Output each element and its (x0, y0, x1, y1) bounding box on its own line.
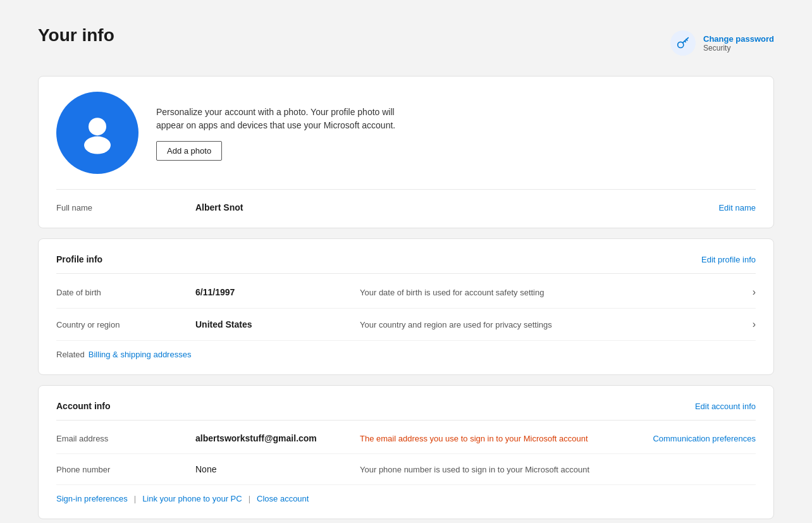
photo-description: Personalize your account with a photo. Y… (156, 106, 409, 132)
date-of-birth-row[interactable]: Date of birth 6/11/1997 Your date of bir… (56, 276, 756, 309)
add-photo-button[interactable]: Add a photo (156, 141, 222, 161)
change-password-label: Change password (703, 34, 774, 44)
country-region-row[interactable]: Country or region United States Your cou… (56, 309, 756, 341)
separator-1: | (134, 494, 136, 503)
link-phone-to-pc-link[interactable]: Link your phone to your PC (142, 494, 242, 503)
header-row: Your info Change password Security (38, 25, 774, 61)
svg-line-2 (686, 39, 687, 40)
account-info-header: Account info Edit account info (56, 401, 756, 421)
profile-photo-card: Personalize your account with a photo. Y… (38, 76, 774, 228)
dob-description: Your date of birth is used for account s… (360, 288, 745, 297)
full-name-value: Albert Snot (195, 202, 718, 212)
communication-preferences-link[interactable]: Communication preferences (653, 434, 756, 443)
edit-account-info-link[interactable]: Edit account info (695, 402, 756, 411)
security-label: Security (703, 44, 774, 52)
full-name-label: Full name (56, 203, 195, 212)
svg-line-3 (685, 41, 686, 42)
country-value: United States (195, 319, 360, 329)
phone-value: None (195, 464, 360, 474)
phone-label: Phone number (56, 465, 195, 474)
email-description: The email address you use to sign in to … (360, 434, 648, 443)
related-row: Related Billing & shipping addresses (56, 341, 756, 359)
page-title: Your info (38, 25, 114, 46)
avatar (56, 92, 138, 174)
change-password-text: Change password Security (703, 34, 774, 52)
related-label: Related (56, 350, 85, 359)
country-chevron-icon: › (753, 319, 756, 330)
dob-chevron-icon: › (753, 286, 756, 298)
profile-info-title: Profile info (56, 254, 102, 264)
dob-value: 6/11/1997 (195, 287, 360, 297)
change-password-widget[interactable]: Change password Security (670, 30, 774, 56)
account-info-card: Account info Edit account info Email add… (38, 385, 774, 519)
email-value: albertsworkstuff@gmail.com (195, 433, 360, 443)
edit-profile-info-link[interactable]: Edit profile info (701, 255, 756, 264)
sign-in-preferences-link[interactable]: Sign-in preferences (56, 494, 128, 503)
phone-number-row: Phone number None Your phone number is u… (56, 454, 756, 485)
profile-info-header: Profile info Edit profile info (56, 254, 756, 274)
key-icon (677, 37, 689, 49)
country-label: Country or region (56, 320, 195, 329)
user-silhouette-icon (75, 111, 120, 155)
photo-description-area: Personalize your account with a photo. Y… (156, 106, 409, 161)
separator-2: | (249, 494, 250, 503)
billing-shipping-link[interactable]: Billing & shipping addresses (89, 350, 192, 359)
email-address-row: Email address albertsworkstuff@gmail.com… (56, 423, 756, 454)
profile-info-card: Profile info Edit profile info Date of b… (38, 238, 774, 375)
photo-section: Personalize your account with a photo. Y… (56, 92, 756, 190)
edit-name-link[interactable]: Edit name (718, 203, 756, 212)
dob-label: Date of birth (56, 288, 195, 297)
account-info-title: Account info (56, 401, 111, 411)
email-label: Email address (56, 434, 195, 443)
phone-description: Your phone number is used to sign in to … (360, 465, 756, 474)
key-icon-bg (670, 30, 696, 56)
svg-point-4 (89, 118, 106, 135)
full-name-row: Full name Albert Snot Edit name (56, 190, 756, 212)
account-links-row: Sign-in preferences | Link your phone to… (56, 485, 756, 503)
country-description: Your country and region are used for pri… (360, 320, 745, 329)
svg-point-5 (84, 137, 111, 154)
close-account-link[interactable]: Close account (257, 494, 309, 503)
